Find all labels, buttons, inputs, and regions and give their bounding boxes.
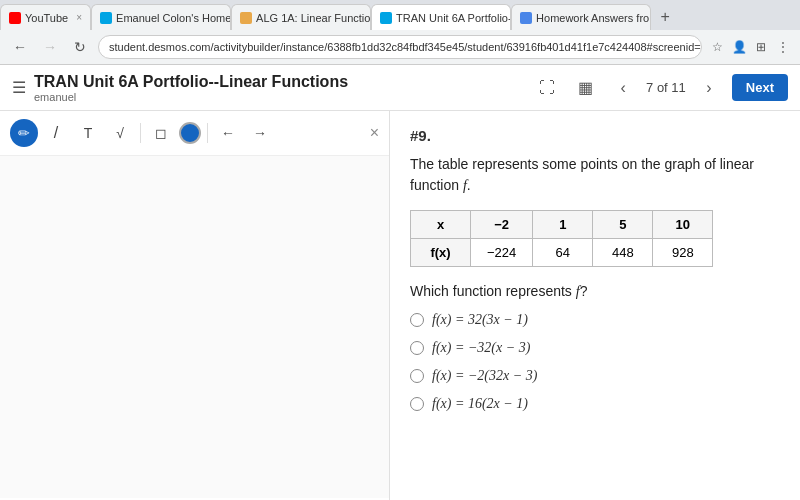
radio-option-1[interactable] [410, 313, 424, 327]
address-box[interactable]: student.desmos.com/activitybuilder/insta… [98, 35, 702, 59]
prev-page-button[interactable]: ‹ [608, 73, 638, 103]
tab-home[interactable]: Emanuel Colon's Home P... × [91, 4, 231, 30]
alg-favicon [240, 12, 252, 24]
option-4: f(x) = 16(2x − 1) [410, 396, 780, 412]
table-header-col1: −2 [471, 211, 533, 239]
drawing-area[interactable] [0, 156, 389, 498]
right-panel: #9. The table represents some points on … [390, 111, 800, 500]
table-header-col2: 1 [533, 211, 593, 239]
close-drawing-button[interactable]: × [370, 124, 379, 142]
option-3-expr: f(x) = −2(32x − 3) [432, 368, 537, 384]
radio-option-3[interactable] [410, 369, 424, 383]
app-title: TRAN Unit 6A Portfolio--Linear Functions [34, 73, 524, 91]
page-nav: 7 of 11 [646, 80, 686, 95]
highlight-tool[interactable]: ◻ [147, 119, 175, 147]
radio-option-2[interactable] [410, 341, 424, 355]
tab-youtube-label: YouTube [25, 12, 68, 24]
hamburger-menu[interactable]: ☰ [12, 78, 26, 97]
radio-option-4[interactable] [410, 397, 424, 411]
left-panel: ✏ / T √ ◻ ← → × [0, 111, 390, 500]
nav-arrows-right: › [694, 73, 724, 103]
option-1: f(x) = 32(3x − 1) [410, 312, 780, 328]
tab-youtube[interactable]: YouTube × [0, 4, 91, 30]
forward-button[interactable]: → [38, 35, 62, 59]
option-4-expr: f(x) = 16(2x − 1) [432, 396, 528, 412]
reload-button[interactable]: ↻ [68, 35, 92, 59]
which-function-text: Which function represents f? [410, 283, 780, 300]
table-cell-4: 928 [653, 239, 713, 267]
main-layout: ✏ / T √ ◻ ← → × #9. The table represents… [0, 111, 800, 500]
table-header-x: x [411, 211, 471, 239]
options-list: f(x) = 32(3x − 1) f(x) = −32(x − 3) f(x)… [410, 312, 780, 412]
toolbar-divider2 [207, 123, 208, 143]
portfolio-favicon [380, 12, 392, 24]
fullscreen-icon[interactable]: ⛶ [532, 73, 562, 103]
undo-button[interactable]: ← [214, 119, 242, 147]
toolbar-divider [140, 123, 141, 143]
profile-icon[interactable]: 👤 [730, 38, 748, 56]
calculator-icon[interactable]: ▦ [570, 73, 600, 103]
table-header-row: x −2 1 5 10 [411, 211, 713, 239]
line-tool[interactable]: / [42, 119, 70, 147]
tab-bar: YouTube × Emanuel Colon's Home P... × AL… [0, 0, 800, 30]
app-title-area: TRAN Unit 6A Portfolio--Linear Functions… [34, 73, 524, 103]
extensions-icon[interactable]: ⊞ [752, 38, 770, 56]
table-row-label: f(x) [411, 239, 471, 267]
data-table: x −2 1 5 10 f(x) −224 64 448 928 [410, 210, 713, 267]
more-icon[interactable]: ⋮ [774, 38, 792, 56]
table-header-col4: 10 [653, 211, 713, 239]
table-cell-2: 64 [533, 239, 593, 267]
question-number: #9. [410, 127, 780, 144]
page-indicator: 7 of 11 [646, 80, 686, 95]
question-text: The table represents some points on the … [410, 154, 780, 196]
tab-portfolio-label: TRAN Unit 6A Portfolio-... [396, 12, 511, 24]
nav-arrows: ‹ [608, 73, 638, 103]
option-3: f(x) = −2(32x − 3) [410, 368, 780, 384]
color-picker[interactable] [179, 122, 201, 144]
tab-hw[interactable]: Homework Answers from... × [511, 4, 651, 30]
tab-hw-label: Homework Answers from... [536, 12, 651, 24]
header-actions: ⛶ ▦ ‹ 7 of 11 › Next [532, 73, 788, 103]
app-subtitle: emanuel [34, 91, 524, 103]
address-text: student.desmos.com/activitybuilder/insta… [109, 41, 702, 53]
back-button[interactable]: ← [8, 35, 32, 59]
option-1-expr: f(x) = 32(3x − 1) [432, 312, 528, 328]
tab-youtube-close[interactable]: × [76, 12, 82, 23]
hw-favicon [520, 12, 532, 24]
option-2: f(x) = −32(x − 3) [410, 340, 780, 356]
next-button[interactable]: Next [732, 74, 788, 101]
table-cell-1: −224 [471, 239, 533, 267]
tab-alg-label: ALG 1A: Linear Functions [256, 12, 371, 24]
next-page-arrow[interactable]: › [694, 73, 724, 103]
tab-alg[interactable]: ALG 1A: Linear Functions × [231, 4, 371, 30]
home-favicon [100, 12, 112, 24]
redo-button[interactable]: → [246, 119, 274, 147]
new-tab-button[interactable]: + [651, 4, 679, 30]
app-header: ☰ TRAN Unit 6A Portfolio--Linear Functio… [0, 65, 800, 111]
table-cell-3: 448 [593, 239, 653, 267]
text-tool[interactable]: T [74, 119, 102, 147]
math-tool[interactable]: √ [106, 119, 134, 147]
drawing-toolbar: ✏ / T √ ◻ ← → × [0, 111, 389, 156]
youtube-favicon [9, 12, 21, 24]
tab-home-label: Emanuel Colon's Home P... [116, 12, 231, 24]
option-2-expr: f(x) = −32(x − 3) [432, 340, 530, 356]
address-icons: ☆ 👤 ⊞ ⋮ [708, 38, 792, 56]
browser-chrome: YouTube × Emanuel Colon's Home P... × AL… [0, 0, 800, 65]
bookmark-icon[interactable]: ☆ [708, 38, 726, 56]
address-bar-row: ← → ↻ student.desmos.com/activitybuilder… [0, 30, 800, 64]
pencil-tool[interactable]: ✏ [10, 119, 38, 147]
table-row: f(x) −224 64 448 928 [411, 239, 713, 267]
tab-portfolio[interactable]: TRAN Unit 6A Portfolio-... × [371, 4, 511, 30]
table-header-col3: 5 [593, 211, 653, 239]
